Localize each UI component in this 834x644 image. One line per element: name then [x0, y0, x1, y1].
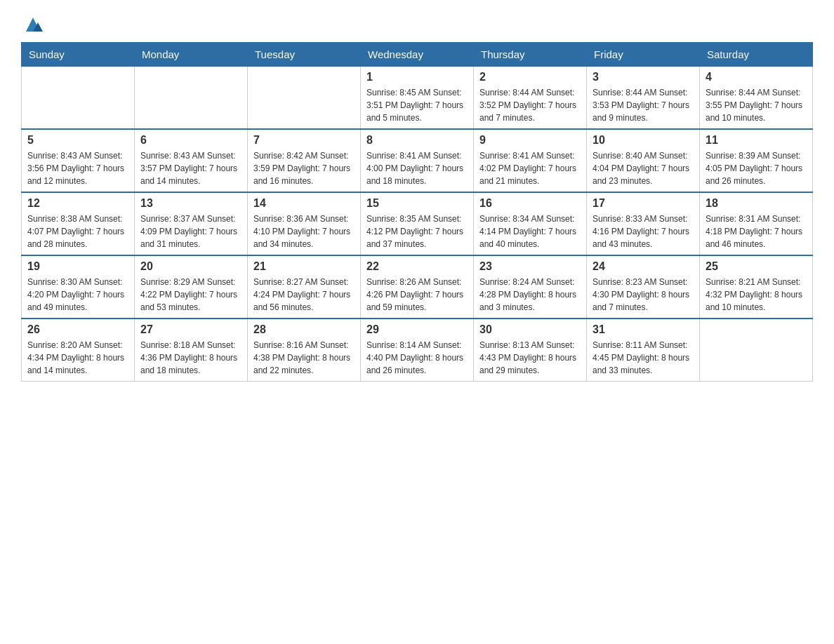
logo — [21, 14, 45, 35]
calendar-cell: 2Sunrise: 8:44 AM Sunset: 3:52 PM Daylig… — [474, 67, 587, 130]
calendar-cell: 28Sunrise: 8:16 AM Sunset: 4:38 PM Dayli… — [248, 318, 361, 382]
day-number: 8 — [366, 134, 468, 147]
day-number: 28 — [253, 323, 355, 336]
day-number: 15 — [366, 197, 468, 210]
calendar-header-row: SundayMondayTuesdayWednesdayThursdayFrid… — [22, 43, 813, 67]
calendar-cell: 25Sunrise: 8:21 AM Sunset: 4:32 PM Dayli… — [700, 255, 813, 318]
day-number: 1 — [366, 71, 468, 83]
day-info: Sunrise: 8:37 AM Sunset: 4:09 PM Dayligh… — [140, 213, 241, 250]
calendar-cell: 30Sunrise: 8:13 AM Sunset: 4:43 PM Dayli… — [474, 318, 587, 382]
day-info: Sunrise: 8:43 AM Sunset: 3:57 PM Dayligh… — [140, 149, 241, 187]
calendar-cell: 31Sunrise: 8:11 AM Sunset: 4:45 PM Dayli… — [587, 318, 700, 382]
calendar-cell — [700, 318, 813, 382]
day-info: Sunrise: 8:39 AM Sunset: 4:05 PM Dayligh… — [706, 149, 807, 187]
day-number: 31 — [593, 323, 694, 336]
day-number: 18 — [706, 197, 807, 210]
calendar-cell: 3Sunrise: 8:44 AM Sunset: 3:53 PM Daylig… — [587, 67, 700, 130]
day-number: 7 — [253, 134, 355, 147]
day-info: Sunrise: 8:31 AM Sunset: 4:18 PM Dayligh… — [706, 213, 807, 250]
day-info: Sunrise: 8:14 AM Sunset: 4:40 PM Dayligh… — [366, 339, 468, 377]
calendar-cell: 17Sunrise: 8:33 AM Sunset: 4:16 PM Dayli… — [587, 192, 700, 255]
day-info: Sunrise: 8:20 AM Sunset: 4:34 PM Dayligh… — [27, 339, 128, 377]
day-number: 4 — [706, 71, 807, 83]
day-number: 9 — [479, 134, 581, 147]
day-info: Sunrise: 8:42 AM Sunset: 3:59 PM Dayligh… — [253, 149, 355, 187]
day-info: Sunrise: 8:41 AM Sunset: 4:02 PM Dayligh… — [479, 149, 581, 187]
calendar-cell: 18Sunrise: 8:31 AM Sunset: 4:18 PM Dayli… — [700, 192, 813, 255]
day-number: 14 — [253, 197, 355, 210]
day-number: 3 — [593, 71, 694, 83]
day-number: 6 — [140, 134, 241, 147]
day-number: 13 — [140, 197, 241, 210]
day-number: 26 — [27, 323, 128, 336]
calendar-cell — [135, 67, 248, 130]
calendar-cell: 11Sunrise: 8:39 AM Sunset: 4:05 PM Dayli… — [700, 129, 813, 192]
day-number: 23 — [479, 260, 581, 273]
calendar-cell — [248, 67, 361, 130]
calendar-week-row: 19Sunrise: 8:30 AM Sunset: 4:20 PM Dayli… — [22, 255, 813, 318]
day-info: Sunrise: 8:30 AM Sunset: 4:20 PM Dayligh… — [27, 276, 128, 314]
weekday-header-wednesday: Wednesday — [361, 43, 474, 67]
day-info: Sunrise: 8:29 AM Sunset: 4:22 PM Dayligh… — [140, 276, 241, 314]
calendar-week-row: 5Sunrise: 8:43 AM Sunset: 3:56 PM Daylig… — [22, 129, 813, 192]
day-info: Sunrise: 8:43 AM Sunset: 3:56 PM Dayligh… — [27, 149, 128, 187]
day-info: Sunrise: 8:44 AM Sunset: 3:53 PM Dayligh… — [593, 86, 694, 124]
weekday-header-sunday: Sunday — [22, 43, 135, 67]
calendar-table: SundayMondayTuesdayWednesdayThursdayFrid… — [21, 42, 813, 382]
calendar-cell — [22, 67, 135, 130]
calendar-cell: 22Sunrise: 8:26 AM Sunset: 4:26 PM Dayli… — [361, 255, 474, 318]
day-number: 24 — [593, 260, 694, 273]
day-info: Sunrise: 8:26 AM Sunset: 4:26 PM Dayligh… — [366, 276, 468, 314]
day-number: 11 — [706, 134, 807, 147]
day-number: 27 — [140, 323, 241, 336]
day-number: 29 — [366, 323, 468, 336]
day-number: 5 — [27, 134, 128, 147]
day-number: 10 — [593, 134, 694, 147]
day-info: Sunrise: 8:36 AM Sunset: 4:10 PM Dayligh… — [253, 213, 355, 250]
day-info: Sunrise: 8:40 AM Sunset: 4:04 PM Dayligh… — [593, 149, 694, 187]
calendar-cell: 8Sunrise: 8:41 AM Sunset: 4:00 PM Daylig… — [361, 129, 474, 192]
day-number: 21 — [253, 260, 355, 273]
day-info: Sunrise: 8:34 AM Sunset: 4:14 PM Dayligh… — [479, 213, 581, 250]
calendar-cell: 16Sunrise: 8:34 AM Sunset: 4:14 PM Dayli… — [474, 192, 587, 255]
day-info: Sunrise: 8:11 AM Sunset: 4:45 PM Dayligh… — [593, 339, 694, 377]
day-number: 25 — [706, 260, 807, 273]
calendar-cell: 29Sunrise: 8:14 AM Sunset: 4:40 PM Dayli… — [361, 318, 474, 382]
day-number: 20 — [140, 260, 241, 273]
calendar-cell: 21Sunrise: 8:27 AM Sunset: 4:24 PM Dayli… — [248, 255, 361, 318]
day-info: Sunrise: 8:23 AM Sunset: 4:30 PM Dayligh… — [593, 276, 694, 314]
calendar-cell: 20Sunrise: 8:29 AM Sunset: 4:22 PM Dayli… — [135, 255, 248, 318]
calendar-week-row: 1Sunrise: 8:45 AM Sunset: 3:51 PM Daylig… — [22, 67, 813, 130]
day-number: 16 — [479, 197, 581, 210]
day-number: 2 — [479, 71, 581, 83]
day-info: Sunrise: 8:44 AM Sunset: 3:55 PM Dayligh… — [706, 86, 807, 124]
page-header — [21, 14, 813, 35]
day-info: Sunrise: 8:18 AM Sunset: 4:36 PM Dayligh… — [140, 339, 241, 377]
calendar-cell: 4Sunrise: 8:44 AM Sunset: 3:55 PM Daylig… — [700, 67, 813, 130]
calendar-cell: 6Sunrise: 8:43 AM Sunset: 3:57 PM Daylig… — [135, 129, 248, 192]
calendar-cell: 26Sunrise: 8:20 AM Sunset: 4:34 PM Dayli… — [22, 318, 135, 382]
day-info: Sunrise: 8:44 AM Sunset: 3:52 PM Dayligh… — [479, 86, 581, 124]
logo-icon — [22, 14, 44, 35]
calendar-cell: 1Sunrise: 8:45 AM Sunset: 3:51 PM Daylig… — [361, 67, 474, 130]
calendar-cell: 10Sunrise: 8:40 AM Sunset: 4:04 PM Dayli… — [587, 129, 700, 192]
day-number: 30 — [479, 323, 581, 336]
day-info: Sunrise: 8:35 AM Sunset: 4:12 PM Dayligh… — [366, 213, 468, 250]
day-info: Sunrise: 8:24 AM Sunset: 4:28 PM Dayligh… — [479, 276, 581, 314]
day-info: Sunrise: 8:41 AM Sunset: 4:00 PM Dayligh… — [366, 149, 468, 187]
calendar-cell: 14Sunrise: 8:36 AM Sunset: 4:10 PM Dayli… — [248, 192, 361, 255]
day-number: 17 — [593, 197, 694, 210]
day-info: Sunrise: 8:38 AM Sunset: 4:07 PM Dayligh… — [27, 213, 128, 250]
calendar-cell: 23Sunrise: 8:24 AM Sunset: 4:28 PM Dayli… — [474, 255, 587, 318]
day-number: 22 — [366, 260, 468, 273]
calendar-cell: 9Sunrise: 8:41 AM Sunset: 4:02 PM Daylig… — [474, 129, 587, 192]
day-info: Sunrise: 8:21 AM Sunset: 4:32 PM Dayligh… — [706, 276, 807, 314]
weekday-header-saturday: Saturday — [700, 43, 813, 67]
weekday-header-monday: Monday — [135, 43, 248, 67]
day-info: Sunrise: 8:13 AM Sunset: 4:43 PM Dayligh… — [479, 339, 581, 377]
day-info: Sunrise: 8:16 AM Sunset: 4:38 PM Dayligh… — [253, 339, 355, 377]
day-info: Sunrise: 8:33 AM Sunset: 4:16 PM Dayligh… — [593, 213, 694, 250]
weekday-header-thursday: Thursday — [474, 43, 587, 67]
day-number: 19 — [27, 260, 128, 273]
day-info: Sunrise: 8:45 AM Sunset: 3:51 PM Dayligh… — [366, 86, 468, 124]
